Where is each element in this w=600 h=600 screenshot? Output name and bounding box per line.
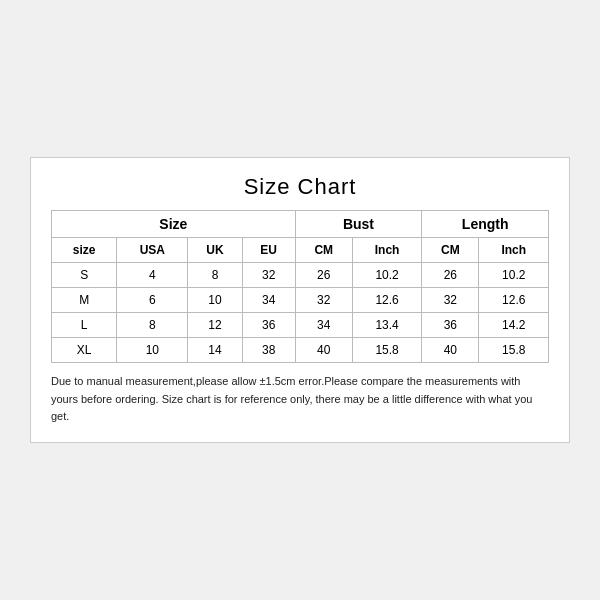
- col-usa: USA: [117, 238, 188, 263]
- note-text: Due to manual measurement,please allow ±…: [51, 373, 549, 426]
- size-chart-container: Size Chart Size Bust Length size USA UK …: [30, 157, 570, 443]
- table-row: M610343212.63212.6: [52, 288, 549, 313]
- bust-group-header: Bust: [295, 211, 422, 238]
- chart-title: Size Chart: [51, 174, 549, 200]
- table-row: S48322610.22610.2: [52, 263, 549, 288]
- length-group-header: Length: [422, 211, 549, 238]
- col-bust-inch: Inch: [352, 238, 422, 263]
- subheader-row: size USA UK EU CM Inch CM Inch: [52, 238, 549, 263]
- col-len-cm: CM: [422, 238, 479, 263]
- size-group-header: Size: [52, 211, 296, 238]
- table-row: XL1014384015.84015.8: [52, 338, 549, 363]
- col-size: size: [52, 238, 117, 263]
- col-eu: EU: [242, 238, 295, 263]
- header-row: Size Bust Length: [52, 211, 549, 238]
- table-row: L812363413.43614.2: [52, 313, 549, 338]
- size-chart-table: Size Bust Length size USA UK EU CM Inch …: [51, 210, 549, 363]
- col-uk: UK: [188, 238, 242, 263]
- col-len-inch: Inch: [479, 238, 549, 263]
- col-bust-cm: CM: [295, 238, 352, 263]
- table-body: S48322610.22610.2M610343212.63212.6L8123…: [52, 263, 549, 363]
